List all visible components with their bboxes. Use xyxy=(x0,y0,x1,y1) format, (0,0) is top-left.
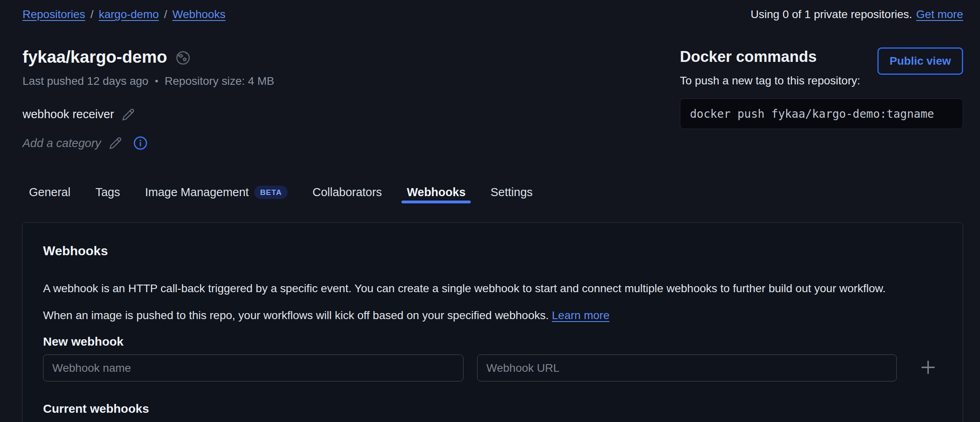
get-more-link[interactable]: Get more xyxy=(916,8,963,20)
webhook-name-input[interactable] xyxy=(43,354,463,381)
repo-title-row: fykaa/kargo-demo xyxy=(23,47,191,67)
repo-description-row: webhook receiver xyxy=(23,108,135,121)
new-webhook-title: New webhook xyxy=(43,335,124,348)
repo-meta: Last pushed 12 days ago • Repository siz… xyxy=(23,75,274,88)
tab-label: Settings xyxy=(490,186,533,199)
webhooks-panel: Webhooks A webhook is an HTTP call-back … xyxy=(22,222,963,422)
public-view-button[interactable]: Public view xyxy=(877,47,963,75)
webhook-url-input[interactable] xyxy=(477,354,897,381)
globe-public-icon xyxy=(175,50,191,66)
webhooks-panel-title: Webhooks xyxy=(43,244,108,258)
tab-label: Image Management xyxy=(145,186,249,199)
tab-tags[interactable]: Tags xyxy=(89,182,126,203)
edit-category-pencil-icon[interactable] xyxy=(109,137,122,150)
tab-label: Collaborators xyxy=(313,186,382,199)
repo-size-text: Repository size: 4 MB xyxy=(165,75,274,88)
meta-separator: • xyxy=(155,76,158,87)
page: Repositories/kargo-demo/Webhooks Using 0… xyxy=(0,0,980,422)
beta-badge: BETA xyxy=(254,186,287,199)
breadcrumb-link-webhooks[interactable]: Webhooks xyxy=(173,8,226,20)
webhooks-description-line1: A webhook is an HTTP call-back triggered… xyxy=(43,282,885,295)
tab-webhooks[interactable]: Webhooks xyxy=(401,182,471,203)
new-webhook-form xyxy=(43,354,939,381)
repo-description: webhook receiver xyxy=(23,108,114,121)
webhooks-description-line2-text: When an image is pushed to this repo, yo… xyxy=(43,309,549,322)
learn-more-link[interactable]: Learn more xyxy=(552,309,609,322)
category-info-icon[interactable] xyxy=(133,136,148,150)
repo-tabs: General Tags Image Management BETA Colla… xyxy=(23,182,539,203)
tab-image-management[interactable]: Image Management BETA xyxy=(139,182,293,203)
current-webhooks-title: Current webhooks xyxy=(43,402,149,416)
breadcrumb: Repositories/kargo-demo/Webhooks xyxy=(23,7,225,22)
usage-text: Using 0 of 1 private repositories. xyxy=(751,8,912,20)
breadcrumb-separator: / xyxy=(91,8,94,20)
breadcrumb-separator: / xyxy=(164,8,167,20)
webhooks-description-line2: When an image is pushed to this repo, yo… xyxy=(43,309,609,322)
repo-category-row: Add a category xyxy=(23,136,148,150)
add-webhook-button[interactable] xyxy=(918,358,939,379)
docker-push-command: docker push fykaa/kargo-demo:tagname xyxy=(690,107,934,121)
edit-description-pencil-icon[interactable] xyxy=(122,108,135,121)
plus-icon xyxy=(918,358,938,378)
tab-label: Webhooks xyxy=(407,186,465,199)
tab-label: General xyxy=(29,186,70,199)
tab-settings[interactable]: Settings xyxy=(484,182,539,203)
last-pushed-text: Last pushed 12 days ago xyxy=(23,75,148,88)
docker-commands-section: Docker commands Public view To push a ne… xyxy=(680,48,963,129)
private-repo-usage: Using 0 of 1 private repositories.Get mo… xyxy=(751,7,963,22)
tab-collaborators[interactable]: Collaborators xyxy=(307,182,388,203)
add-category-text[interactable]: Add a category xyxy=(23,137,101,150)
docker-commands-subtitle: To push a new tag to this repository: xyxy=(680,74,963,87)
docker-push-command-block: docker push fykaa/kargo-demo:tagname xyxy=(680,98,963,129)
tab-general[interactable]: General xyxy=(23,182,76,203)
breadcrumb-link-repo[interactable]: kargo-demo xyxy=(99,8,159,20)
tab-label: Tags xyxy=(95,186,120,199)
breadcrumb-link-repositories[interactable]: Repositories xyxy=(23,8,85,20)
repo-title: fykaa/kargo-demo xyxy=(23,47,167,67)
